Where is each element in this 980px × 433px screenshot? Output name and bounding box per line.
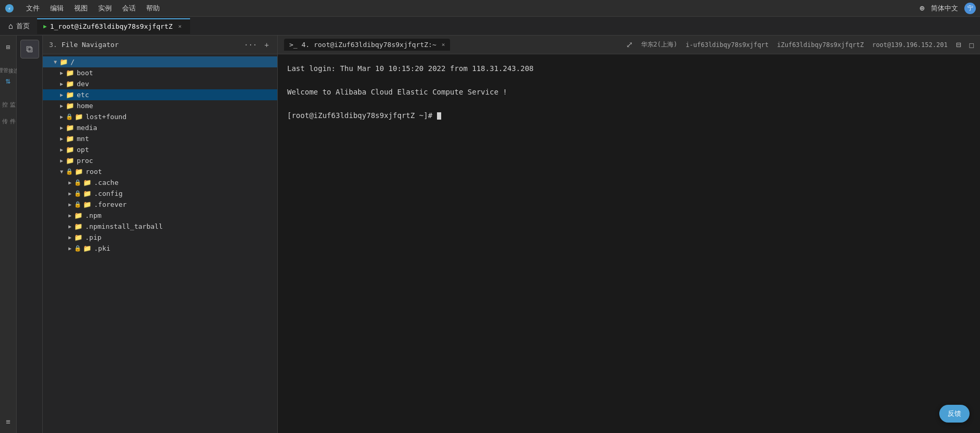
expand-icon[interactable]: ⤢ [626,40,633,50]
terminal-tab-close-btn[interactable]: × [442,41,445,48]
feedback-button[interactable]: 反馈 [939,405,970,423]
menu-file[interactable]: 文件 [21,2,45,15]
tab-home[interactable]: ⌂ 首页 [2,18,36,34]
file-nav-actions: ··· + [242,40,271,50]
add-connection-btn[interactable]: ⊕ [919,3,925,13]
file-nav-more-btn[interactable]: ··· [242,40,259,50]
sidebar-icons: ⊞ 连接管理 ⇅ 监控 文件传输 ≡ [0,36,17,433]
tree-label-root-dir: root [86,168,102,175]
inner-sidebar-copy-icon[interactable]: ⧉ [20,40,39,58]
tree-item-config[interactable]: ▶ 🔒 📁 .config [43,188,277,199]
tree-item-pip[interactable]: ▶ 📁 .pip [43,232,277,243]
sidebar-icon-sessions[interactable]: 连接管理 [1,56,16,71]
tree-label-boot: boot [77,69,93,77]
maximize-icon[interactable]: □ [970,41,974,49]
terminal-line-1: Last login: Thu Mar 10 10:15:20 2022 fro… [287,63,971,74]
language-selector[interactable]: 简体中文 [931,4,958,13]
tree-arrow-config: ▶ [66,191,74,196]
tree-item-mnt[interactable]: ▶ 📁 mnt [43,133,277,144]
instance-id-label: i-uf63ldibqy78s9xjfqrt [686,41,769,49]
tree-item-npm[interactable]: ▶ 📁 .npm [43,210,277,221]
sidebar-icon-scripts[interactable]: 文件传输 [1,107,16,121]
tree-item-dev[interactable]: ▶ 📁 dev [43,78,277,89]
tree-item-proc[interactable]: ▶ 📁 proc [43,155,277,166]
tree-arrow-npm: ▶ [66,213,74,218]
tree-item-forever[interactable]: ▶ 🔒 📁 .forever [43,199,277,210]
server-info: ⤢ 华东2(上海) i-uf63ldibqy78s9xjfqrt iZuf63l… [626,40,974,50]
tab-bar: ⌂ 首页 ▶ 1_root@iZuf63ldibqy78s9xjfqrtZ × [0,17,980,36]
split-icon[interactable]: ⊟ [956,40,961,50]
tree-item-npminstall-tarball[interactable]: ▶ 📁 .npminstall_tarball [43,221,277,232]
tree-label-media: media [77,124,97,132]
tree-item-lost-found[interactable]: ▶ 🔒 📁 lost+found [43,111,277,122]
tree-lock-icon-root-dir: 🔒 [66,168,73,175]
tree-folder-icon-mnt: 📁 [66,135,74,143]
tree-folder-icon-lost-found: 📁 [75,113,83,121]
terminal-content[interactable]: Last login: Thu Mar 10 10:15:20 2022 fro… [278,54,980,433]
terminal-cursor [437,112,441,120]
tree-lock-icon-cache: 🔒 [74,179,81,186]
menu-help[interactable]: 帮助 [141,2,165,15]
tree-label-pki: .pki [94,244,110,252]
tree-item-home[interactable]: ▶ 📁 home [43,100,277,111]
main-content: ⊞ 连接管理 ⇅ 监控 文件传输 ≡ ⧉ 3. File Navigator ·… [0,36,980,433]
tree-item-pki[interactable]: ▶ 🔒 📁 .pki [43,243,277,254]
user-menu[interactable]: 宁 [964,3,976,14]
file-nav-add-btn[interactable]: + [263,40,271,50]
terminal-prompt-line: [root@iZuf63ldibqy78s9xjfqrtZ ~]# [287,110,971,121]
sidebar-icon-terminal[interactable]: ⊞ [1,40,16,54]
sidebar-icon-more[interactable]: ≡ [1,414,16,429]
tree-item-root[interactable]: ▼ 📁 / [43,56,277,67]
tree-folder-icon-home: 📁 [66,102,74,110]
file-nav-title: File Navigator [62,41,238,49]
tree-arrow-home: ▶ [57,103,66,109]
tree-label-etc: etc [77,91,89,99]
menu-bar-right: ⊕ 简体中文 宁 [919,3,976,14]
tree-label-forever: .forever [94,201,127,208]
sidebar-icon-sftp[interactable]: ⇅ [1,73,16,88]
language-label: 简体中文 [931,4,958,13]
tree-arrow-proc: ▶ [57,158,66,163]
tree-arrow-lost-found: ▶ [57,114,66,120]
tree-arrow-npminstall-tarball: ▶ [66,224,74,229]
tree-label-dev: dev [77,80,89,88]
sidebar-icon-monitor[interactable]: 监控 [1,90,16,104]
tree-label-home: home [77,102,93,110]
tree-label-cache: .cache [94,179,119,186]
tab-session[interactable]: ▶ 1_root@iZuf63ldibqy78s9xjfqrtZ × [37,18,190,34]
menu-edit[interactable]: 编辑 [45,2,69,15]
tree-item-boot[interactable]: ▶ 📁 boot [43,67,277,78]
tree-folder-icon-cache: 📁 [83,179,91,186]
tree-arrow-dev: ▶ [57,81,66,87]
tree-lock-icon-pki: 🔒 [74,245,81,252]
tree-label-opt: opt [77,146,89,154]
tree-arrow-boot: ▶ [57,70,66,76]
tree-item-root-dir[interactable]: ▼ 🔒 📁 root [43,166,277,177]
tree-folder-icon-dev: 📁 [66,80,74,88]
terminal-tab[interactable]: >_ 4. root@iZuf63ldibqy78s9xjfqrtZ:~ × [284,39,450,51]
tree-item-media[interactable]: ▶ 📁 media [43,122,277,133]
tree-label-root: / [70,58,75,66]
menu-instance[interactable]: 实例 [93,2,117,15]
tree-item-etc[interactable]: ▶ 📁 etc [43,89,277,100]
avatar: 宁 [964,3,976,14]
tree-arrow-forever: ▶ [66,202,74,207]
tree-item-cache[interactable]: ▶ 🔒 📁 .cache [43,177,277,188]
menu-session[interactable]: 会话 [117,2,141,15]
tree-folder-icon-npm: 📁 [74,212,82,219]
tree-arrow-root: ▼ [51,59,60,65]
menu-bar: ⚡ 文件 编辑 视图 实例 会话 帮助 ⊕ 简体中文 宁 [0,0,980,17]
session-tab-icon: ▶ [43,23,47,30]
tree-label-config: .config [94,190,123,197]
add-icon: ⊕ [919,3,925,13]
menu-view[interactable]: 视图 [69,2,93,15]
tree-folder-icon-root: 📁 [60,58,68,66]
tree-label-npm: .npm [85,212,101,219]
terminal-line-2 [287,74,971,86]
terminal-area: >_ 4. root@iZuf63ldibqy78s9xjfqrtZ:~ × ⤢… [278,36,980,433]
tab-close-btn[interactable]: × [175,22,184,31]
tree-item-opt[interactable]: ▶ 📁 opt [43,144,277,155]
tree-lock-icon-lost-found: 🔒 [66,113,73,120]
file-nav-number: 3. [49,41,57,49]
tree-arrow-pip: ▶ [66,235,74,240]
